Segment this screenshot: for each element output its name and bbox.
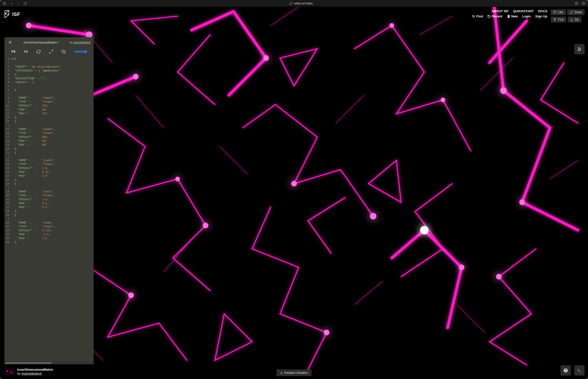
refresh-icon: [36, 49, 41, 54]
url-text: editor.isf.video: [294, 2, 313, 5]
nav-quickstart[interactable]: QUICKSTART: [513, 9, 534, 13]
settings-button[interactable]: [574, 44, 585, 54]
search-icon: [472, 15, 475, 18]
fullscreen-button[interactable]: [49, 49, 53, 54]
sliders-icon: [577, 47, 582, 52]
nav-login[interactable]: Login: [522, 15, 531, 18]
footer-shader-name: InnerDimensionalMatrix: [17, 368, 53, 372]
arrow-down-icon: [280, 371, 283, 374]
svg-point-13: [519, 200, 525, 205]
tab-vs[interactable]: VS: [24, 50, 28, 53]
reader-icon[interactable]: [574, 1, 579, 6]
like-button[interactable]: Like: [551, 9, 566, 15]
share-button[interactable]: Share: [567, 9, 585, 15]
address-bar[interactable]: editor.isf.video: [289, 2, 313, 5]
svg-point-10: [263, 55, 269, 61]
sidebar-toggle-icon[interactable]: [2, 1, 7, 6]
svg-point-11: [390, 23, 394, 28]
svg-point-24: [175, 177, 180, 181]
svg-point-26: [472, 15, 474, 17]
svg-point-23: [459, 265, 465, 270]
shader-thumbnail[interactable]: [4, 368, 15, 375]
svg-point-28: [554, 18, 554, 19]
forward-icon[interactable]: [16, 1, 21, 6]
terminal-icon: [577, 368, 582, 373]
svg-point-14: [420, 226, 428, 234]
editor-toolbar: FS VS: [4, 47, 94, 57]
svg-point-22: [26, 23, 32, 28]
opacity-slider[interactable]: [74, 51, 86, 52]
svg-rect-5: [582, 2, 585, 4]
svg-point-42: [565, 371, 566, 372]
footer-author-link[interactable]: mojovideotech: [21, 372, 42, 375]
brand-text: ISF: [12, 12, 20, 17]
download-icon: [570, 18, 573, 21]
svg-point-18: [324, 330, 329, 335]
svg-point-25: [441, 98, 445, 102]
app-header: ISF ABOUT ISF QUICKSTART DOCS Find Recen…: [0, 8, 588, 24]
back-icon[interactable]: [9, 1, 14, 6]
link-icon: [289, 2, 293, 5]
shader-title: InnerDimensionalMatrix *: [16, 41, 67, 44]
shader-info-card: InnerDimensionalMatrix by mojovideotech: [4, 368, 53, 376]
svg-point-29: [555, 18, 556, 19]
help-button[interactable]: [561, 365, 571, 376]
svg-line-31: [51, 50, 53, 51]
nav-signup[interactable]: Sign Up: [535, 15, 547, 18]
zip-button[interactable]: Zip: [568, 17, 581, 23]
related-shaders-button[interactable]: Related Shaders: [277, 369, 312, 376]
nav-bottom-row: Find Recent New Login Sign Up: [472, 15, 547, 18]
svg-point-15: [291, 181, 297, 187]
expand-icon: [49, 49, 53, 54]
nav-top-row: ABOUT ISF QUICKSTART DOCS: [491, 9, 547, 13]
svg-rect-0: [3, 2, 6, 4]
svg-point-21: [370, 213, 376, 220]
svg-point-16: [203, 223, 209, 228]
help-icon: [563, 368, 568, 373]
svg-point-37: [578, 47, 579, 48]
code-editor-panel: ✕ InnerDimensionalMatrix * by mojovideot…: [4, 37, 94, 364]
file-plus-icon: [507, 15, 510, 18]
reload-icon[interactable]: [23, 1, 28, 6]
nav-recent[interactable]: Recent: [487, 15, 502, 18]
svg-point-12: [500, 87, 507, 94]
svg-line-32: [49, 52, 51, 53]
nav-find[interactable]: Find: [472, 15, 483, 18]
svg-line-27: [474, 17, 474, 17]
svg-point-9: [133, 74, 139, 79]
code-area[interactable]: 1 ▾/*{2 "CREDIT": "by mojovideotech",3 "…: [4, 57, 94, 362]
brand-logo[interactable]: ISF: [3, 9, 20, 19]
panels-icon[interactable]: [581, 1, 586, 6]
fork-icon: [553, 18, 556, 21]
svg-point-17: [128, 293, 134, 298]
tab-fs[interactable]: FS: [12, 50, 16, 53]
visibility-toggle[interactable]: [62, 49, 66, 54]
isf-logo-icon: [3, 9, 10, 19]
close-icon[interactable]: ✕: [7, 40, 13, 45]
editor-header: ✕ InnerDimensionalMatrix * by mojovideot…: [4, 37, 94, 47]
eye-off-icon: [62, 49, 66, 54]
editor-byline: by mojovideotech: [70, 41, 91, 44]
svg-point-39: [578, 50, 579, 51]
horizontal-scrollbar[interactable]: [4, 362, 94, 364]
svg-point-30: [555, 20, 555, 21]
nav-docs[interactable]: DOCS: [538, 9, 547, 13]
author-link[interactable]: mojovideotech: [73, 41, 91, 44]
app-window: editor.isf.video: [0, 0, 588, 379]
console-button[interactable]: [574, 365, 585, 376]
fork-button[interactable]: Fork: [551, 17, 566, 23]
browser-chrome: editor.isf.video: [0, 0, 588, 7]
nav-new[interactable]: New: [507, 15, 518, 18]
svg-point-38: [580, 49, 581, 49]
share-icon: [570, 11, 573, 14]
nav-about[interactable]: ABOUT ISF: [491, 9, 509, 13]
history-icon: [487, 15, 491, 18]
svg-point-19: [496, 274, 502, 280]
reload-shader-button[interactable]: [36, 49, 41, 54]
heart-icon: [553, 11, 556, 14]
